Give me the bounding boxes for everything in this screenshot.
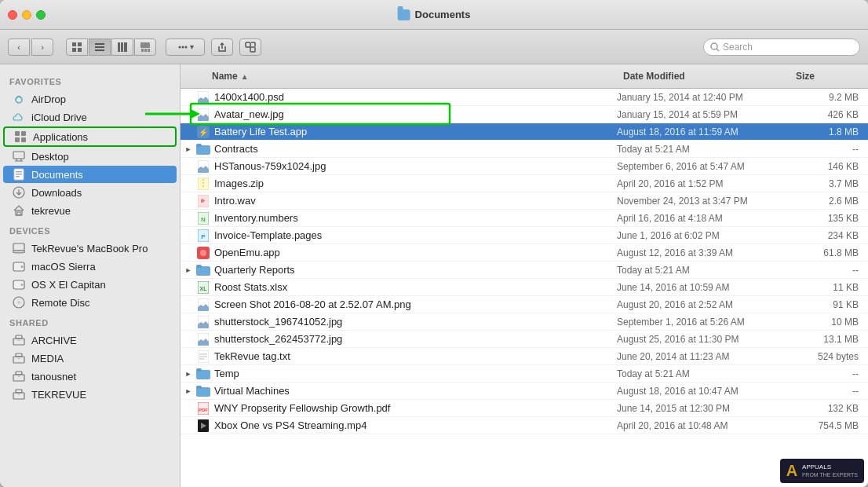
col-header-date[interactable]: Date Modified: [617, 68, 790, 85]
svg-rect-48: [13, 339, 24, 345]
table-row[interactable]: TekRevue tag.txtJune 20, 2014 at 11:23 A…: [181, 348, 868, 365]
main-area: Favorites AirDrop iCloud Drive Applicati…: [0, 64, 868, 487]
sidebar-item-downloads[interactable]: Downloads: [3, 184, 177, 201]
icon-view-button[interactable]: [66, 38, 88, 56]
table-row[interactable]: PInvoice-Template.pagesJune 1, 2016 at 6…: [181, 227, 868, 244]
svg-point-45: [21, 284, 24, 286]
file-date: June 20, 2014 at 11:23 AM: [617, 351, 790, 362]
file-icon: [196, 368, 210, 380]
list-view-button[interactable]: [89, 38, 111, 56]
forward-button[interactable]: ›: [31, 38, 53, 56]
sidebar-item-label-documents: Documents: [31, 169, 83, 181]
table-row[interactable]: shutterstock_196741052.jpgSeptember 1, 2…: [181, 313, 868, 331]
file-name: Quarterly Reports: [214, 264, 617, 276]
table-row[interactable]: HSTanous-759x1024.jpgSeptember 6, 2016 a…: [181, 158, 868, 175]
sidebar-item-tanousnet[interactable]: tanousnet: [3, 368, 177, 385]
table-row[interactable]: ►Quarterly ReportsToday at 5:21 AM--: [181, 262, 868, 279]
sidebar-item-desktop[interactable]: Desktop: [3, 148, 177, 165]
svg-rect-27: [15, 137, 20, 142]
sidebar-item-documents[interactable]: Documents: [3, 166, 177, 183]
sidebar-item-airdrop[interactable]: AirDrop: [3, 90, 177, 108]
window-title: Documents: [415, 9, 471, 20]
col-header-name[interactable]: Name ▲: [196, 68, 617, 85]
sidebar-item-label-media: MEDIA: [31, 353, 64, 364]
sidebar-item-label-downloads: Downloads: [31, 187, 82, 199]
file-name: Intro.wav: [214, 195, 617, 207]
sidebar-item-icloud[interactable]: iCloud Drive: [3, 108, 177, 126]
action-button[interactable]: ▾: [166, 38, 205, 56]
expand-toggle[interactable]: ►: [181, 387, 196, 395]
table-row[interactable]: Screen Shot 2016-08-20 at 2.52.07 AM.png…: [181, 296, 868, 313]
table-row[interactable]: Xbox One vs PS4 Streaming.mp4April 20, 2…: [181, 417, 868, 434]
table-row[interactable]: XLRoost Stats.xlsxJune 14, 2016 at 10:59…: [181, 279, 868, 296]
table-row[interactable]: Intro.wavNovember 24, 2013 at 3:47 PM2.6…: [181, 192, 868, 210]
svg-text:N: N: [201, 216, 206, 223]
file-name: Contracts: [214, 143, 617, 155]
svg-point-43: [21, 265, 24, 268]
table-row[interactable]: ►TempToday at 5:21 AM--: [181, 365, 868, 383]
maximize-button[interactable]: [36, 10, 46, 20]
cover-flow-button[interactable]: [134, 38, 156, 56]
file-icon: [196, 385, 210, 397]
sidebar-item-macbook[interactable]: TekRevue's MacBook Pro: [3, 240, 177, 257]
file-date: April 20, 2016 at 1:52 PM: [617, 178, 790, 189]
file-name: Roost Stats.xlsx: [214, 281, 617, 293]
table-row[interactable]: NInventory.numbersApril 16, 2016 at 4:18…: [181, 210, 868, 227]
table-row[interactable]: ⚡Battery Life Test.appAugust 18, 2016 at…: [181, 123, 868, 141]
svg-text:XL: XL: [200, 286, 208, 291]
file-date: January 15, 2014 at 12:40 PM: [617, 92, 790, 103]
table-row[interactable]: OpenEmu.appAugust 12, 2016 at 3:39 AM61.…: [181, 244, 868, 262]
close-button[interactable]: [8, 10, 17, 20]
desktop-icon: [13, 150, 25, 163]
file-browser-header: Name ▲ Date Modified Size: [181, 64, 868, 89]
file-date: August 25, 2016 at 11:30 PM: [617, 334, 790, 345]
table-row[interactable]: shutterstock_262453772.jpgAugust 25, 201…: [181, 331, 868, 348]
table-row[interactable]: Avatar_new.jpgJanuary 15, 2014 at 5:59 P…: [181, 106, 868, 123]
svg-text:P: P: [201, 233, 206, 240]
sidebar-item-media[interactable]: MEDIA: [3, 350, 177, 367]
sidebar: Favorites AirDrop iCloud Drive Applicati…: [0, 64, 181, 487]
sidebar-item-applications[interactable]: Applications: [3, 126, 177, 147]
svg-rect-12: [144, 49, 147, 52]
file-date: January 15, 2014 at 5:59 PM: [617, 109, 790, 120]
sidebar-item-macos[interactable]: macOS Sierra: [3, 258, 177, 275]
svg-rect-9: [124, 42, 127, 52]
table-row[interactable]: Images.zipApril 20, 2016 at 1:52 PM3.7 M…: [181, 175, 868, 192]
watermark: A APPUALS FROM THE EXPERTS: [780, 459, 864, 483]
sidebar-item-label-remotedisc: Remote Disc: [31, 297, 89, 309]
sidebar-item-tekrevue2[interactable]: TEKREVUE: [3, 386, 177, 403]
column-view-button[interactable]: [111, 38, 133, 56]
file-icon: [196, 91, 210, 104]
search-box[interactable]: Search: [703, 38, 860, 56]
file-size: 13.1 MB: [790, 334, 868, 345]
disc-icon: [13, 296, 25, 309]
svg-rect-0: [72, 42, 76, 46]
share-button[interactable]: [211, 38, 233, 56]
table-row[interactable]: ►ContractsToday at 5:21 AM--: [181, 141, 868, 158]
title-bar: Documents: [0, 0, 868, 30]
minimize-button[interactable]: [22, 10, 31, 20]
table-row[interactable]: ►Virtual MachinesAugust 18, 2016 at 10:4…: [181, 383, 868, 400]
svg-rect-41: [13, 244, 24, 251]
sidebar-item-osx[interactable]: OS X El Capitan: [3, 276, 177, 293]
sidebar-item-archive[interactable]: ARCHIVE: [3, 331, 177, 349]
expand-toggle[interactable]: ►: [181, 266, 196, 274]
sidebar-item-tekrevue[interactable]: tekrevue: [3, 202, 177, 219]
file-icon: [196, 298, 210, 311]
svg-rect-18: [246, 42, 250, 47]
file-icon: P: [196, 229, 210, 242]
favorites-section-label: Favorites: [0, 71, 180, 90]
sidebar-item-remotedisc[interactable]: Remote Disc: [3, 294, 177, 311]
file-name: Inventory.numbers: [214, 212, 617, 224]
table-row[interactable]: PDFWNY Propserity Fellowship Growth.pdfJ…: [181, 400, 868, 417]
tags-button[interactable]: [239, 38, 261, 56]
file-icon: [196, 350, 210, 363]
sidebar-item-label-archive: ARCHIVE: [31, 335, 77, 346]
col-header-size[interactable]: Size: [790, 68, 868, 85]
expand-toggle[interactable]: ►: [181, 145, 196, 153]
file-date: September 6, 2016 at 5:47 AM: [617, 161, 790, 172]
search-placeholder: Search: [723, 42, 753, 53]
back-button[interactable]: ‹: [8, 38, 30, 56]
expand-toggle[interactable]: ►: [181, 370, 196, 378]
table-row[interactable]: 1400x1400.psdJanuary 15, 2014 at 12:40 P…: [181, 89, 868, 106]
